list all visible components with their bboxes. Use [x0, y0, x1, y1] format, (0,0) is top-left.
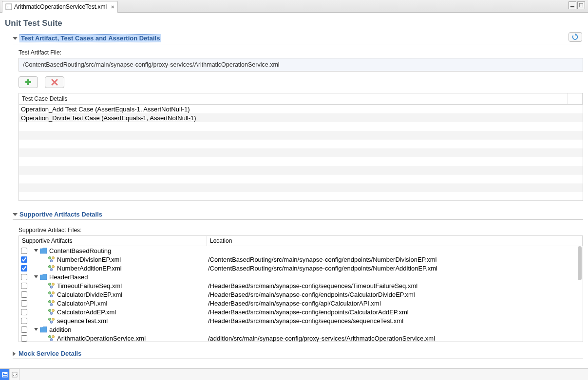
- test-case-table-body[interactable]: Operation_Add Test Case (AssertEquals-1,…: [19, 105, 583, 200]
- table-row[interactable]: Operation_Add Test Case (AssertEquals-1,…: [19, 105, 583, 113]
- svg-point-19: [52, 301, 55, 303]
- tree-item-location: /HeaderBased/src/main/synapse-config/seq…: [207, 282, 583, 290]
- svg-point-8: [50, 260, 53, 262]
- supportive-artifacts-tree[interactable]: ContentBasedRoutingNumberDivisionEP.xml/…: [19, 246, 583, 342]
- table-row[interactable]: [19, 183, 583, 192]
- editor-tab[interactable]: E ArithmaticOperationServiceTest.xml ✕: [2, 1, 118, 13]
- scrollbar[interactable]: [578, 246, 582, 280]
- chevron-right-icon[interactable]: [13, 351, 16, 356]
- chevron-down-icon[interactable]: [13, 37, 18, 40]
- refresh-button[interactable]: [569, 32, 582, 42]
- tree-file-row[interactable]: CalculatorAPI.xml/HeaderBased/src/main/s…: [19, 299, 583, 308]
- table-row[interactable]: [19, 166, 583, 175]
- plus-icon: [25, 79, 32, 86]
- tree-item-name: TimeoutFailureSeq.xml: [57, 282, 122, 290]
- svg-rect-3: [579, 3, 583, 7]
- editor-tab-title: ArithmaticOperationServiceTest.xml: [14, 3, 107, 10]
- tree-item-name: NumberDivisionEP.xml: [57, 256, 121, 263]
- bottom-tab-form[interactable]: [0, 369, 10, 380]
- tree-checkbox[interactable]: [21, 300, 27, 307]
- svg-rect-31: [3, 373, 4, 374]
- svg-point-18: [49, 301, 51, 303]
- tree-checkbox[interactable]: [21, 309, 27, 315]
- chevron-down-icon[interactable]: [34, 328, 38, 331]
- table-row[interactable]: [19, 175, 583, 183]
- tree-checkbox[interactable]: [21, 283, 27, 289]
- tree-file-row[interactable]: TimeoutFailureSeq.xml/HeaderBased/src/ma…: [19, 281, 583, 290]
- svg-point-20: [50, 304, 53, 306]
- table-row[interactable]: [19, 140, 583, 148]
- section-header-test-artifact[interactable]: Test Artifact, Test Cases and Assertion …: [13, 33, 583, 44]
- minimize-button[interactable]: [569, 1, 576, 9]
- tree-file-row[interactable]: NumberAdditionEP.xml/ContentBasedRouting…: [19, 264, 583, 272]
- artifact-icon: [48, 256, 55, 263]
- tree-file-row[interactable]: CalculatorAddEP.xml/HeaderBased/src/main…: [19, 308, 583, 316]
- table-row[interactable]: [19, 148, 583, 157]
- chevron-down-icon[interactable]: [34, 275, 38, 278]
- svg-rect-2: [570, 6, 574, 7]
- tree-checkbox[interactable]: [21, 265, 27, 271]
- tree-item-name: NumberAdditionEP.xml: [57, 265, 122, 272]
- tree-checkbox[interactable]: [21, 335, 27, 342]
- tree-checkbox[interactable]: [21, 274, 27, 280]
- artifact-icon: [48, 291, 55, 298]
- folder-icon: [40, 326, 47, 333]
- tree-item-location: /HeaderBased/src/main/synapse-config/end…: [207, 308, 583, 316]
- tree-item-name: CalculatorAPI.xml: [57, 300, 107, 307]
- tree-item-location: /HeaderBased/src/main/synapse-config/seq…: [207, 317, 583, 325]
- tree-checkbox[interactable]: [21, 326, 27, 333]
- test-artifact-file-input[interactable]: [19, 58, 583, 72]
- table-cell: [19, 152, 23, 153]
- tree-item-name: ContentBasedRouting: [49, 247, 111, 254]
- svg-point-28: [52, 336, 55, 338]
- svg-point-25: [52, 318, 55, 321]
- maximize-button[interactable]: [577, 1, 585, 9]
- section-header-supportive[interactable]: Supportive Artifacts Details: [13, 210, 583, 220]
- tree-file-row[interactable]: NumberDivisionEP.xml/ContentBasedRouting…: [19, 255, 583, 264]
- delete-button[interactable]: [45, 76, 64, 88]
- tree-file-row[interactable]: ArithmaticOperationService.xml/addition/…: [19, 334, 583, 342]
- tree-checkbox[interactable]: [21, 291, 27, 298]
- svg-text:E: E: [7, 5, 9, 9]
- window-controls: [569, 1, 585, 9]
- table-row[interactable]: Operation_Divide Test Case (AssertEquals…: [19, 113, 583, 122]
- tree-folder-row[interactable]: addition: [19, 325, 583, 334]
- tree-file-row[interactable]: sequenceTest.xml/HeaderBased/src/main/sy…: [19, 316, 583, 325]
- chevron-down-icon[interactable]: [34, 249, 38, 252]
- add-button[interactable]: [19, 76, 38, 88]
- section-header-mock-service[interactable]: Mock Service Details: [13, 349, 583, 359]
- test-case-table: Test Case Details Operation_Add Test Cas…: [19, 93, 583, 201]
- close-icon[interactable]: ✕: [111, 4, 114, 10]
- svg-point-22: [52, 309, 55, 312]
- tree-folder-row[interactable]: HeaderBased: [19, 272, 583, 281]
- chevron-down-icon[interactable]: [13, 213, 18, 216]
- svg-point-13: [52, 283, 55, 286]
- tree-item-name: CalculatorAddEP.xml: [57, 308, 116, 316]
- table-cell: [19, 170, 23, 171]
- tree-item-name: CalculatorDivideEP.xml: [57, 291, 122, 298]
- tree-folder-row[interactable]: ContentBasedRouting: [19, 246, 583, 255]
- svg-point-7: [52, 257, 55, 259]
- svg-point-6: [49, 257, 51, 259]
- tree-checkbox[interactable]: [21, 318, 27, 324]
- artifact-icon: [48, 308, 55, 315]
- tree-file-row[interactable]: CalculatorDivideEP.xml/HeaderBased/src/m…: [19, 290, 583, 299]
- svg-point-17: [50, 295, 53, 297]
- tree-item-name: addition: [49, 326, 72, 333]
- svg-rect-5: [25, 81, 31, 83]
- table-row[interactable]: [19, 131, 583, 140]
- tree-checkbox[interactable]: [21, 256, 27, 263]
- svg-point-11: [50, 269, 53, 271]
- table-row[interactable]: [19, 192, 583, 200]
- table-cell: [19, 144, 23, 145]
- svg-point-26: [50, 321, 53, 324]
- table-row[interactable]: [19, 157, 583, 166]
- artifact-icon: [48, 317, 55, 324]
- tree-checkbox[interactable]: [21, 248, 27, 254]
- table-cell: Operation_Divide Test Case (AssertEquals…: [19, 114, 198, 122]
- table-row[interactable]: [19, 122, 583, 131]
- table-cell: [19, 187, 23, 188]
- svg-point-15: [49, 292, 51, 294]
- section-title-mock-service: Mock Service Details: [19, 350, 81, 357]
- bottom-tab-source[interactable]: [10, 369, 19, 380]
